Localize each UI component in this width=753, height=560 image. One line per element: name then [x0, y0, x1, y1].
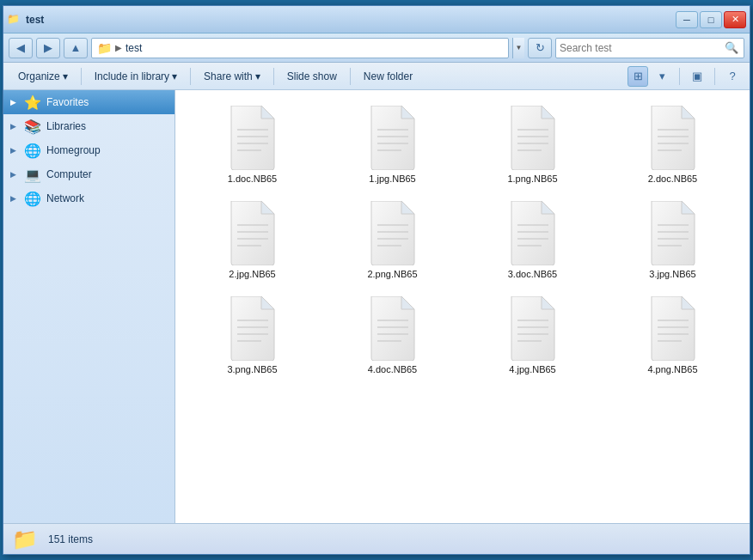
- toolbar: Organize ▾ Include in library ▾ Share wi…: [3, 63, 750, 90]
- forward-icon: ▶: [44, 41, 52, 54]
- toolbar-separator-5: [679, 68, 680, 85]
- toolbar-separator-4: [350, 68, 351, 85]
- network-expander-icon: ▶: [10, 194, 19, 203]
- libraries-icon: 📚: [24, 119, 41, 135]
- large-icons-view-button[interactable]: ⊞: [628, 66, 648, 87]
- view-dropdown-button[interactable]: ▾: [652, 66, 672, 87]
- libraries-label: Libraries: [46, 120, 86, 132]
- file-icon: [227, 201, 279, 265]
- homegroup-expander-icon: ▶: [10, 146, 19, 155]
- breadcrumb-bar[interactable]: 📁 ▶ test: [91, 38, 509, 58]
- homegroup-label: Homegroup: [46, 144, 101, 156]
- file-icon: [507, 296, 559, 361]
- share-with-button[interactable]: Share with ▾: [196, 66, 268, 87]
- computer-label: Computer: [46, 168, 92, 180]
- search-button[interactable]: 🔍: [723, 40, 740, 57]
- network-icon: 🌐: [24, 191, 41, 207]
- forward-button[interactable]: ▶: [36, 38, 60, 58]
- sidebar-item-homegroup[interactable]: ▶ 🌐 Homegroup: [3, 138, 174, 162]
- breadcrumb-folder-icon: 📁: [97, 41, 112, 55]
- titlebar-title: test: [26, 14, 44, 26]
- organize-button[interactable]: Organize ▾: [10, 66, 76, 87]
- list-item[interactable]: 4.jpg.NB65: [464, 289, 601, 381]
- list-item[interactable]: 1.jpg.NB65: [324, 99, 461, 191]
- list-item[interactable]: 4.doc.NB65: [324, 289, 461, 381]
- file-icon: [367, 296, 419, 361]
- include-dropdown-icon: ▾: [172, 70, 177, 82]
- slideshow-label: Slide show: [287, 70, 337, 82]
- maximize-button[interactable]: □: [700, 11, 722, 28]
- titlebar: 📁 test ─ □ ✕: [3, 6, 750, 33]
- help-button[interactable]: ?: [722, 66, 743, 87]
- libraries-expander-icon: ▶: [10, 122, 19, 131]
- status-item-count: 151 items: [48, 533, 93, 545]
- toolbar-separator-6: [714, 68, 715, 85]
- list-item[interactable]: 4.png.NB65: [604, 289, 741, 381]
- addressbar: ◀ ▶ ▲ 📁 ▶ test ▼ ↻ 🔍: [3, 33, 750, 63]
- file-icon: [647, 106, 699, 170]
- file-icon: [367, 106, 419, 170]
- favorites-icon: ⭐: [24, 94, 41, 111]
- list-item[interactable]: 2.jpg.NB65: [184, 194, 321, 286]
- close-button[interactable]: ✕: [724, 11, 746, 28]
- file-name: 4.jpg.NB65: [509, 364, 555, 374]
- list-item[interactable]: 2.doc.NB65: [604, 99, 741, 191]
- file-grid: 1.doc.NB65 1.jpg.NB65: [175, 90, 750, 523]
- up-button[interactable]: ▲: [64, 38, 88, 58]
- sidebar-item-libraries[interactable]: ▶ 📚 Libraries: [3, 114, 174, 138]
- file-icon: [367, 201, 419, 265]
- breadcrumb-dropdown-button[interactable]: ▼: [512, 38, 524, 58]
- network-label: Network: [46, 192, 84, 204]
- up-icon: ▲: [70, 41, 82, 54]
- favorites-label: Favorites: [46, 96, 89, 108]
- list-item[interactable]: 1.png.NB65: [464, 99, 601, 191]
- list-item[interactable]: 2.png.NB65: [324, 194, 461, 286]
- statusbar: 📁 151 items: [3, 523, 750, 554]
- sidebar-item-network[interactable]: ▶ 🌐 Network: [3, 186, 174, 210]
- file-icon: [647, 201, 699, 265]
- toolbar-separator-2: [190, 68, 191, 85]
- include-library-button[interactable]: Include in library ▾: [87, 66, 185, 87]
- refresh-icon: ↻: [536, 41, 545, 54]
- slideshow-button[interactable]: Slide show: [279, 66, 345, 87]
- sidebar-item-computer[interactable]: ▶ 💻 Computer: [3, 162, 174, 186]
- content-area: 1.doc.NB65 1.jpg.NB65: [175, 90, 750, 523]
- file-name: 2.jpg.NB65: [229, 269, 275, 279]
- search-input[interactable]: [560, 42, 723, 54]
- titlebar-left: 📁 test: [7, 13, 44, 27]
- list-item[interactable]: 1.doc.NB65: [184, 99, 321, 191]
- list-item[interactable]: 3.doc.NB65: [464, 194, 601, 286]
- homegroup-icon: 🌐: [24, 143, 41, 159]
- file-name: 4.png.NB65: [647, 364, 697, 374]
- sidebar: ▶ ⭐ Favorites ▶ 📚 Libraries ▶ 🌐 Homegrou…: [3, 90, 175, 523]
- titlebar-folder-icon: 📁: [7, 13, 21, 27]
- organize-label: Organize: [18, 70, 60, 82]
- file-name: 1.png.NB65: [507, 173, 557, 184]
- list-item[interactable]: 3.png.NB65: [184, 289, 321, 381]
- toolbar-right: ⊞ ▾ ▣ ?: [628, 66, 743, 87]
- toolbar-separator-1: [81, 68, 82, 85]
- file-name: 3.doc.NB65: [508, 269, 557, 279]
- computer-expander-icon: ▶: [10, 170, 19, 179]
- file-icon: [227, 106, 279, 170]
- main-area: ▶ ⭐ Favorites ▶ 📚 Libraries ▶ 🌐 Homegrou…: [3, 90, 750, 523]
- titlebar-buttons: ─ □ ✕: [676, 11, 746, 28]
- details-pane-button[interactable]: ▣: [687, 66, 707, 87]
- back-button[interactable]: ◀: [9, 38, 33, 58]
- search-box[interactable]: 🔍: [555, 38, 744, 58]
- include-library-label: Include in library: [95, 70, 169, 82]
- file-icon: [647, 296, 699, 361]
- explorer-window: 📁 test ─ □ ✕ ◀ ▶ ▲ 📁 ▶ test ▼ ↻: [3, 5, 750, 555]
- sidebar-item-favorites[interactable]: ▶ ⭐ Favorites: [3, 90, 174, 114]
- list-item[interactable]: 3.jpg.NB65: [604, 194, 741, 286]
- toolbar-separator-3: [273, 68, 274, 85]
- large-icons-icon: ⊞: [634, 70, 643, 82]
- file-icon: [227, 296, 279, 361]
- minimize-button[interactable]: ─: [676, 11, 698, 28]
- new-folder-button[interactable]: New folder: [356, 66, 420, 87]
- file-name: 1.jpg.NB65: [369, 173, 415, 184]
- file-name: 1.doc.NB65: [228, 173, 277, 184]
- file-name: 3.png.NB65: [227, 364, 277, 374]
- help-icon: ?: [729, 70, 735, 82]
- refresh-button[interactable]: ↻: [528, 38, 552, 58]
